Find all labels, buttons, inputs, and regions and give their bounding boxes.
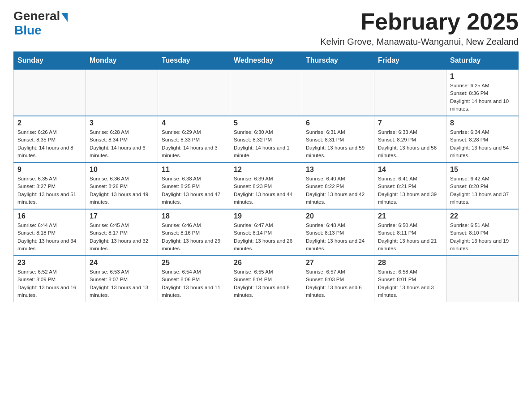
day-info: Sunrise: 6:34 AM: [450, 128, 515, 136]
day-info: Sunset: 8:22 PM: [306, 183, 370, 190]
table-row: 27Sunrise: 6:57 AMSunset: 8:03 PMDayligh…: [302, 256, 374, 302]
day-info: Sunset: 8:33 PM: [162, 136, 226, 144]
table-row: 8Sunrise: 6:34 AMSunset: 8:28 PMDaylight…: [446, 116, 519, 163]
day-info: Daylight: 13 hours and 59 minutes.: [306, 144, 370, 160]
day-info: Sunset: 8:06 PM: [162, 276, 226, 283]
table-row: 25Sunrise: 6:54 AMSunset: 8:06 PMDayligh…: [158, 256, 230, 302]
day-info: Daylight: 14 hours and 10 minutes.: [450, 98, 515, 113]
day-info: Daylight: 13 hours and 6 minutes.: [306, 284, 370, 300]
title-section: February 2025 Kelvin Grove, Manawatu-Wan…: [320, 9, 519, 47]
table-row: 10Sunrise: 6:36 AMSunset: 8:26 PMDayligh…: [86, 163, 158, 209]
day-info: Sunrise: 6:36 AM: [90, 175, 154, 183]
day-info: Sunrise: 6:38 AM: [162, 175, 226, 183]
day-info: Sunrise: 6:26 AM: [17, 128, 82, 136]
day-info: Sunrise: 6:53 AM: [90, 268, 154, 276]
day-info: Daylight: 13 hours and 37 minutes.: [450, 191, 515, 206]
day-info: Sunset: 8:07 PM: [90, 276, 154, 283]
day-info: Sunset: 8:04 PM: [234, 276, 298, 283]
day-info: Sunrise: 6:28 AM: [90, 128, 154, 136]
table-row: 2Sunrise: 6:26 AMSunset: 8:35 PMDaylight…: [14, 116, 86, 163]
table-row: 12Sunrise: 6:39 AMSunset: 8:23 PMDayligh…: [230, 163, 302, 209]
day-info: Sunset: 8:14 PM: [234, 229, 298, 237]
calendar-week-row: 16Sunrise: 6:44 AMSunset: 8:18 PMDayligh…: [14, 209, 519, 256]
logo: General Blue: [13, 9, 68, 38]
day-info: Sunset: 8:36 PM: [450, 90, 515, 97]
day-info: Sunset: 8:17 PM: [90, 229, 154, 237]
day-number: 12: [234, 166, 298, 174]
day-number: 23: [17, 259, 82, 267]
day-number: 8: [450, 119, 515, 127]
header-sunday: Sunday: [14, 52, 86, 70]
day-number: 15: [450, 166, 515, 174]
header-saturday: Saturday: [446, 52, 519, 70]
logo-arrow-icon: [61, 13, 68, 22]
day-info: Sunset: 8:21 PM: [378, 183, 442, 190]
table-row: [446, 256, 519, 302]
header-monday: Monday: [86, 52, 158, 70]
day-info: Daylight: 14 hours and 3 minutes.: [162, 144, 226, 160]
day-info: Daylight: 13 hours and 16 minutes.: [17, 284, 82, 300]
day-number: 17: [90, 212, 154, 220]
header-wednesday: Wednesday: [230, 52, 302, 70]
day-info: Daylight: 13 hours and 44 minutes.: [234, 191, 298, 206]
day-number: 6: [306, 119, 370, 127]
day-info: Daylight: 13 hours and 26 minutes.: [234, 237, 298, 253]
table-row: 1Sunrise: 6:25 AMSunset: 8:36 PMDaylight…: [446, 69, 519, 116]
location-subtitle: Kelvin Grove, Manawatu-Wanganui, New Zea…: [320, 37, 519, 47]
calendar-header-row: Sunday Monday Tuesday Wednesday Thursday…: [14, 52, 519, 70]
day-info: Sunset: 8:35 PM: [17, 136, 82, 144]
page-header: General Blue February 2025 Kelvin Grove,…: [13, 9, 519, 47]
day-info: Daylight: 13 hours and 32 minutes.: [90, 237, 154, 253]
day-info: Daylight: 13 hours and 21 minutes.: [378, 237, 442, 253]
table-row: [230, 69, 302, 116]
table-row: 7Sunrise: 6:33 AMSunset: 8:29 PMDaylight…: [374, 116, 446, 163]
day-info: Sunset: 8:09 PM: [17, 276, 82, 283]
day-info: Sunset: 8:26 PM: [90, 183, 154, 190]
day-number: 2: [17, 119, 82, 127]
day-number: 7: [378, 119, 442, 127]
day-info: Sunset: 8:13 PM: [306, 229, 370, 237]
table-row: 16Sunrise: 6:44 AMSunset: 8:18 PMDayligh…: [14, 209, 86, 256]
table-row: 20Sunrise: 6:48 AMSunset: 8:13 PMDayligh…: [302, 209, 374, 256]
header-friday: Friday: [374, 52, 446, 70]
day-info: Sunrise: 6:47 AM: [234, 222, 298, 229]
calendar-table: Sunday Monday Tuesday Wednesday Thursday…: [13, 51, 519, 302]
table-row: 11Sunrise: 6:38 AMSunset: 8:25 PMDayligh…: [158, 163, 230, 209]
day-info: Sunset: 8:20 PM: [450, 183, 515, 190]
day-info: Sunrise: 6:58 AM: [378, 268, 442, 276]
day-info: Sunrise: 6:41 AM: [378, 175, 442, 183]
day-number: 5: [234, 119, 298, 127]
table-row: 26Sunrise: 6:55 AMSunset: 8:04 PMDayligh…: [230, 256, 302, 302]
day-info: Sunrise: 6:48 AM: [306, 222, 370, 229]
day-number: 21: [378, 212, 442, 220]
calendar-week-row: 2Sunrise: 6:26 AMSunset: 8:35 PMDaylight…: [14, 116, 519, 163]
day-info: Daylight: 13 hours and 29 minutes.: [162, 237, 226, 253]
day-info: Sunrise: 6:29 AM: [162, 128, 226, 136]
month-title: February 2025: [320, 9, 519, 34]
table-row: 23Sunrise: 6:52 AMSunset: 8:09 PMDayligh…: [14, 256, 86, 302]
day-info: Sunrise: 6:46 AM: [162, 222, 226, 229]
day-number: 28: [378, 259, 442, 267]
day-number: 1: [450, 73, 515, 81]
day-info: Sunset: 8:28 PM: [450, 136, 515, 144]
day-info: Sunrise: 6:42 AM: [450, 175, 515, 183]
day-number: 26: [234, 259, 298, 267]
logo-blue-text: Blue: [14, 23, 42, 38]
day-info: Daylight: 13 hours and 49 minutes.: [90, 191, 154, 206]
day-info: Sunrise: 6:54 AM: [162, 268, 226, 276]
calendar-week-row: 1Sunrise: 6:25 AMSunset: 8:36 PMDaylight…: [14, 69, 519, 116]
day-info: Sunrise: 6:33 AM: [378, 128, 442, 136]
table-row: 19Sunrise: 6:47 AMSunset: 8:14 PMDayligh…: [230, 209, 302, 256]
table-row: 9Sunrise: 6:35 AMSunset: 8:27 PMDaylight…: [14, 163, 86, 209]
day-info: Daylight: 13 hours and 42 minutes.: [306, 191, 370, 206]
calendar-week-row: 9Sunrise: 6:35 AMSunset: 8:27 PMDaylight…: [14, 163, 519, 209]
day-info: Sunset: 8:32 PM: [234, 136, 298, 144]
day-info: Daylight: 13 hours and 3 minutes.: [378, 284, 442, 300]
day-number: 27: [306, 259, 370, 267]
day-number: 25: [162, 259, 226, 267]
day-number: 11: [162, 166, 226, 174]
day-info: Sunset: 8:11 PM: [378, 229, 442, 237]
table-row: [374, 69, 446, 116]
day-number: 3: [90, 119, 154, 127]
day-info: Daylight: 13 hours and 19 minutes.: [450, 237, 515, 253]
